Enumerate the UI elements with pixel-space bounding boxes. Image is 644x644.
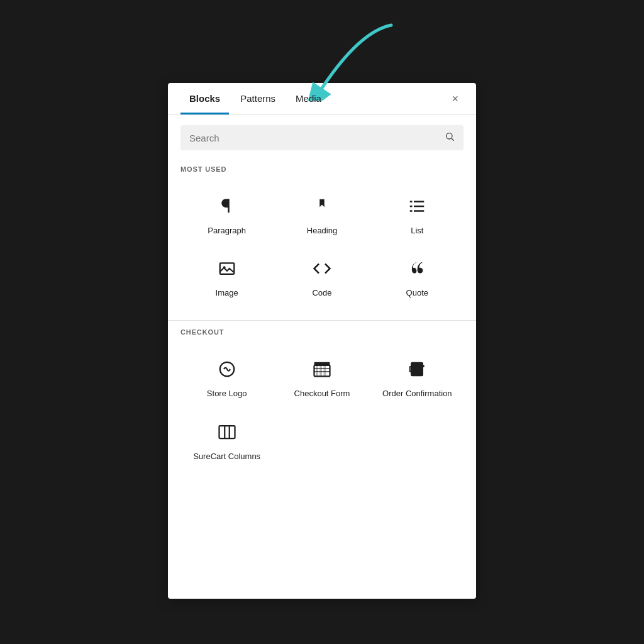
close-button[interactable]: × <box>447 88 464 109</box>
list-icon <box>408 197 426 219</box>
heading-icon <box>313 197 331 219</box>
block-label-surecart-columns: SureCart Columns <box>193 451 260 462</box>
block-inserter-panel: Blocks Patterns Media × MOST USED <box>168 83 476 599</box>
svg-rect-14 <box>319 365 322 377</box>
most-used-grid: Paragraph Heading <box>168 180 476 318</box>
svg-rect-5 <box>410 206 413 208</box>
block-label-image: Image <box>216 287 238 299</box>
checkout-grid: Store Logo Checkout Form <box>168 343 476 480</box>
tab-patterns[interactable]: Patterns <box>231 83 284 114</box>
tabs-header: Blocks Patterns Media × <box>168 83 476 115</box>
block-label-order-confirmation: Order Confirmation <box>382 388 452 399</box>
block-label-heading: Heading <box>307 225 337 236</box>
block-item-image[interactable]: Image <box>180 248 273 308</box>
code-icon <box>313 259 331 281</box>
block-item-order-confirmation[interactable]: Order Confirmation <box>371 348 464 408</box>
block-item-code[interactable]: Code <box>275 248 368 308</box>
search-container <box>168 115 476 160</box>
block-label-code: Code <box>312 287 331 299</box>
search-icon <box>445 131 455 144</box>
svg-rect-8 <box>414 210 424 212</box>
svg-rect-7 <box>410 210 413 212</box>
block-item-list[interactable]: List <box>371 186 464 245</box>
block-label-checkout-form: Checkout Form <box>294 388 350 399</box>
tab-media[interactable]: Media <box>287 83 330 114</box>
order-confirmation-icon <box>408 360 426 382</box>
block-item-quote[interactable]: Quote <box>371 248 464 308</box>
block-label-quote: Quote <box>406 287 428 299</box>
svg-rect-3 <box>410 201 413 203</box>
svg-rect-18 <box>219 426 235 438</box>
block-item-heading[interactable]: Heading <box>275 186 368 245</box>
tab-blocks[interactable]: Blocks <box>180 83 229 114</box>
block-item-surecart-columns[interactable]: SureCart Columns <box>180 411 273 471</box>
block-label-list: List <box>411 225 423 236</box>
svg-line-2 <box>452 138 454 141</box>
block-item-checkout-form[interactable]: Checkout Form <box>275 348 368 408</box>
svg-rect-15 <box>323 365 326 377</box>
store-logo-icon <box>218 360 236 382</box>
svg-point-1 <box>447 133 452 139</box>
section-label-most-used: MOST USED <box>168 160 476 180</box>
svg-rect-13 <box>316 365 318 377</box>
image-icon <box>218 259 236 281</box>
svg-rect-16 <box>314 362 330 366</box>
checkout-form-icon <box>313 360 331 382</box>
block-item-store-logo[interactable]: Store Logo <box>180 348 273 408</box>
search-input[interactable] <box>189 133 445 143</box>
block-label-store-logo: Store Logo <box>207 388 247 399</box>
svg-rect-6 <box>414 206 424 208</box>
section-label-checkout: CHECKOUT <box>168 323 476 343</box>
section-divider <box>168 320 476 321</box>
svg-rect-9 <box>219 263 234 274</box>
svg-point-17 <box>422 365 425 368</box>
surecart-columns-icon <box>218 423 236 445</box>
svg-rect-4 <box>414 201 424 203</box>
quote-icon <box>408 259 426 281</box>
block-item-paragraph[interactable]: Paragraph <box>180 186 273 245</box>
search-box <box>180 125 464 150</box>
paragraph-icon <box>218 197 236 219</box>
block-label-paragraph: Paragraph <box>208 225 246 236</box>
